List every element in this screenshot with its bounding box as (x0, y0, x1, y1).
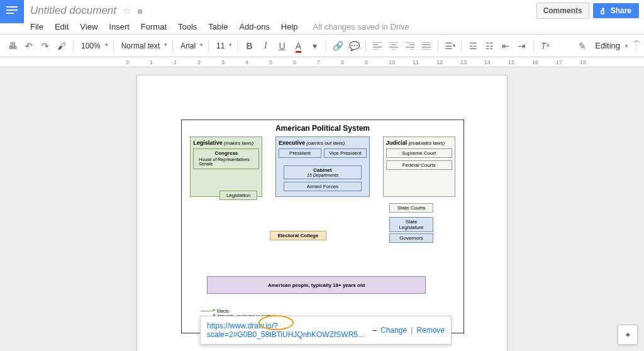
comments-button[interactable]: Comments (536, 3, 589, 19)
diagram-object[interactable]: American Political System Legislative (m… (181, 120, 464, 333)
toolbar: 🖶 ↶ ↷ 🖌 100% Normal text Arial 11 B I U … (0, 35, 644, 57)
jud-sub: (evaluates laws) (408, 140, 445, 146)
menu-addons[interactable]: Add-ons (234, 21, 274, 33)
federal-box: Federal Courts (386, 160, 452, 170)
indent-increase-icon[interactable]: ⇥ (514, 38, 530, 53)
line-spacing-icon[interactable]: ☰▾ (442, 38, 457, 53)
svg-rect-1 (6, 9, 18, 11)
align-justify-icon[interactable] (419, 38, 434, 53)
star-icon[interactable]: ☆ (123, 5, 131, 16)
zoom-select[interactable]: 100% (77, 40, 109, 52)
svg-rect-0 (6, 6, 18, 8)
supreme-box: Supreme Court (386, 148, 452, 158)
menu-help[interactable]: Help (276, 21, 303, 33)
menu-table[interactable]: Table (203, 21, 233, 33)
editing-mode-label[interactable]: Editing (595, 41, 620, 50)
share-button[interactable]: Share (593, 3, 639, 18)
electoral-college-box: Electoral College (270, 231, 326, 240)
underline-icon[interactable]: U (274, 38, 289, 53)
doc-title[interactable]: Untitled document (30, 4, 116, 17)
jud-title: Judicial (386, 140, 408, 146)
leg-sub: (makes laws) (224, 140, 253, 146)
comment-icon[interactable]: 💬 (347, 38, 362, 53)
leg-title: Legislative (193, 140, 223, 146)
president-box: President (279, 148, 321, 158)
numbered-list-icon[interactable]: ☲ (465, 38, 480, 53)
italic-icon[interactable]: I (258, 38, 273, 53)
page[interactable]: American Political System Legislative (m… (136, 75, 508, 351)
link-icon[interactable]: 🔗 (330, 38, 345, 53)
align-center-icon[interactable] (386, 38, 401, 53)
collapse-chevron-icon[interactable]: ︽ (633, 35, 640, 45)
link-popup: https://www.draw.io/?scale=2#G0B0_58tBTi… (200, 316, 452, 345)
menu-insert[interactable]: Insert (104, 21, 135, 33)
judicial-branch: Judicial (evaluates laws) Supreme Court … (383, 136, 455, 197)
canvas: American Political System Legislative (m… (0, 67, 644, 351)
state-courts-box: State Courts (389, 203, 433, 213)
vp-box: Vice President (324, 148, 367, 158)
legislative-branch: Legislative (makes laws) Congress House … (190, 136, 262, 197)
link-separator: | (411, 326, 413, 335)
folder-icon[interactable]: ■ (137, 6, 143, 16)
style-select[interactable]: Normal text (118, 40, 169, 52)
svg-rect-2 (6, 13, 14, 14)
align-left-icon[interactable] (370, 38, 385, 53)
executive-branch: Executive (carries out laws) President V… (275, 136, 370, 197)
menu-file[interactable]: File (25, 21, 48, 33)
ruler[interactable]: 21123456789101112131415161718 (0, 57, 644, 67)
armed-forces-box: Armed Forces (284, 182, 362, 191)
menu-tools[interactable]: Tools (173, 21, 202, 33)
indent-decrease-icon[interactable]: ⇤ (498, 38, 513, 53)
share-label: Share (611, 6, 631, 15)
align-right-icon[interactable] (402, 38, 418, 53)
state-leg-box: State Legislature (389, 217, 433, 232)
editing-mode-icon[interactable]: ✎ (575, 38, 590, 53)
redo-icon[interactable]: ↷ (38, 38, 53, 53)
menu-edit[interactable]: Edit (50, 21, 74, 33)
text-color-icon[interactable]: A (291, 38, 306, 53)
highlight-ellipse (258, 315, 294, 330)
print-icon[interactable]: 🖶 (5, 38, 20, 53)
clear-format-icon[interactable]: T✕ (538, 38, 553, 53)
change-link[interactable]: Change (380, 326, 407, 335)
people-box: American people, typically 18+ years old (207, 276, 426, 294)
more-text-icon[interactable]: ▾ (307, 38, 322, 53)
remove-link[interactable]: Remove (416, 326, 445, 335)
font-select[interactable]: Arial (177, 40, 204, 52)
link-dash: – (372, 326, 377, 335)
bulleted-list-icon[interactable]: ☷ (482, 38, 497, 53)
menu-format[interactable]: Format (136, 21, 172, 33)
congress-box: Congress House of Representatives Senate (193, 148, 259, 169)
exec-sub: (carries out laws) (306, 140, 345, 146)
menu-view[interactable]: View (75, 21, 103, 33)
diagram-title: American Political System (182, 120, 464, 136)
save-status: All changes saved in Drive (313, 22, 409, 31)
bold-icon[interactable]: B (242, 38, 257, 53)
legislation-box: Legislation (219, 191, 257, 200)
undo-icon[interactable]: ↶ (21, 38, 36, 53)
explore-button[interactable]: ✦ (618, 325, 638, 345)
governors-box: Governors (389, 233, 433, 243)
cabinet-box: Cabinet 15 Departments (284, 165, 362, 179)
docs-app-icon[interactable] (0, 0, 24, 23)
size-select[interactable]: 11 (213, 40, 233, 52)
paint-format-icon[interactable]: 🖌 (54, 38, 69, 53)
exec-title: Executive (279, 140, 305, 146)
